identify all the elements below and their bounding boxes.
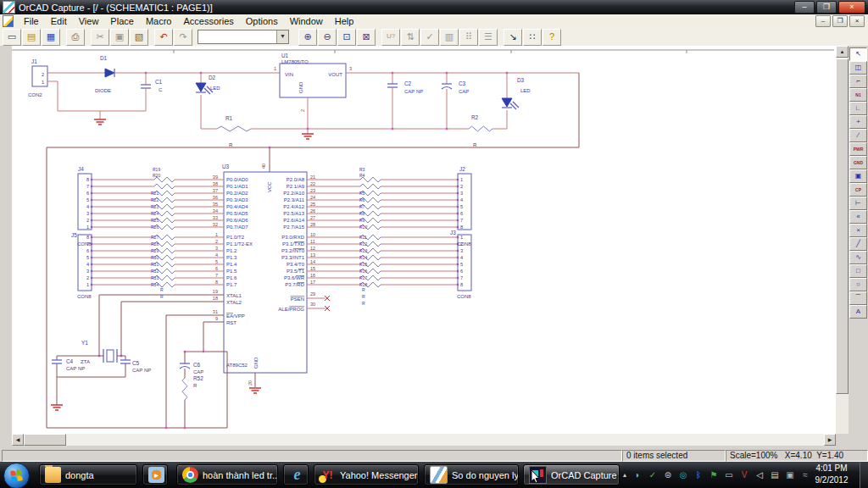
monitor-tray-icon[interactable]: ▣ [784, 469, 796, 481]
place-wire-tool[interactable]: ⌐ [849, 75, 867, 88]
messenger-tray-icon[interactable]: ⊜ [662, 469, 674, 481]
place-rectangle-tool[interactable]: □ [849, 264, 867, 278]
undo-icon[interactable]: ↶ [154, 29, 173, 46]
place-arc-tool[interactable]: ⌒ [849, 291, 867, 305]
network-flag-tray-icon[interactable]: ⚑ [708, 469, 720, 481]
combobox-input[interactable] [198, 30, 276, 43]
antivirus-tray-icon[interactable]: V [738, 469, 750, 481]
scroll-right-arrow[interactable]: ▶ [824, 434, 836, 446]
d3-value: LED [520, 88, 531, 93]
hierarchical-pin-tool[interactable]: ⊢ [849, 197, 867, 210]
vertical-scrollbar[interactable]: ▲ ▼ [836, 46, 849, 446]
minimize-button[interactable]: – [794, 1, 815, 14]
horizontal-scroll-thumb[interactable] [24, 434, 66, 446]
rn_right-labels-7: R10 [359, 225, 367, 230]
paste-icon[interactable]: ▧ [130, 29, 148, 46]
u3-p2-nums-1: 22 [310, 181, 315, 186]
restore-button[interactable]: ❐ [816, 1, 837, 14]
place-text-tool[interactable]: A [849, 305, 867, 319]
place-bus-tool[interactable]: ∟ [849, 102, 867, 115]
zoom-area-icon[interactable]: ⊡ [337, 29, 356, 46]
place-line-tool[interactable]: ╱ [849, 237, 867, 251]
u3-p1-names-6: P1.6 [226, 275, 237, 280]
taskbar-clock[interactable]: 4:01 PM 9/2/2012 [807, 463, 856, 487]
print-icon[interactable]: ⎙ [66, 29, 85, 46]
graphics-tray-icon[interactable]: ◗ [632, 469, 643, 481]
open-icon[interactable]: ▤ [22, 29, 41, 46]
off-page-connector-tool[interactable]: « [849, 210, 867, 224]
menu-place[interactable]: Place [104, 16, 140, 26]
menu-help[interactable]: Help [329, 16, 360, 26]
show-desktop-button[interactable] [860, 462, 868, 488]
menu-window[interactable]: Window [284, 16, 329, 26]
vertical-scroll-thumb[interactable] [836, 58, 849, 394]
taskbar-folder-button[interactable]: dongta [39, 464, 137, 485]
mdi-restore-button[interactable]: ❐ [832, 15, 848, 27]
place-part-tool[interactable]: ◫ [849, 61, 867, 75]
save-icon[interactable]: ▦ [42, 29, 60, 46]
start-button[interactable] [3, 463, 30, 488]
usb-eject-tray-icon[interactable]: ✓ [647, 469, 659, 481]
menu-edit[interactable]: Edit [45, 16, 73, 26]
mdi-close-button[interactable]: × [849, 15, 865, 27]
hierarchical-block-tool[interactable]: ▣ [849, 169, 867, 183]
clipboard-tray-icon[interactable]: ▤ [769, 469, 781, 481]
menu-options[interactable]: Options [240, 16, 284, 26]
taskbar-chrome-button[interactable]: hoàn thành led tr... [176, 464, 278, 485]
mdi-minimize-button[interactable]: – [815, 15, 831, 27]
place-ground-tool[interactable]: GND [849, 156, 867, 169]
c2-value: CAP NP [404, 89, 423, 94]
close-button[interactable]: × [838, 1, 865, 14]
bluetooth-tray-icon[interactable]: ᛒ [693, 469, 704, 481]
select-filter-icon[interactable]: ↘ [504, 29, 522, 46]
d1-ref: D1 [100, 55, 108, 61]
menu-view[interactable]: View [73, 16, 105, 26]
combobox-dropdown-arrow[interactable]: ▼ [276, 30, 288, 43]
taskbar-wmp-button[interactable]: ▸ [142, 464, 168, 485]
place-polyline-tool[interactable]: ∿ [849, 251, 867, 264]
place-junction-tool[interactable]: + [849, 115, 867, 129]
u3-p1-names-7: P1.7 [226, 282, 237, 287]
j5-pins-6: 2 [86, 275, 89, 280]
select-tool[interactable]: ↖ [849, 47, 867, 61]
horizontal-scrollbar[interactable]: ◀ ▶ [12, 434, 836, 446]
j3-value: CON8 [457, 294, 471, 299]
scroll-left-arrow[interactable]: ◀ [12, 434, 24, 446]
rn_right-labels-1: R4 [359, 173, 365, 178]
scroll-up-arrow[interactable]: ▲ [836, 46, 849, 58]
taskbar-yahoo-button[interactable]: Y!Yahoo! Messenger [314, 464, 419, 485]
taskbar-paint-button[interactable]: So do nguyen ly.... [424, 464, 519, 485]
zoom-in-icon[interactable]: ⊕ [298, 29, 317, 46]
j4-value: CON8 [77, 241, 92, 247]
j4-pins-0: 8 [86, 177, 89, 182]
junction-dot [446, 128, 448, 130]
zoom-out-icon[interactable]: ⊖ [318, 29, 337, 46]
taskbar-ie-button[interactable]: e [283, 464, 309, 485]
u3-p3-names-3: P3.3/INT1 [281, 255, 305, 260]
rn_left-labels-13: R32 [151, 269, 159, 274]
hierarchical-port-tool[interactable]: CP [849, 183, 867, 197]
help-icon[interactable]: ? [542, 29, 561, 46]
place-ellipse-tool[interactable]: ○ [849, 278, 867, 291]
snap-to-grid-icon[interactable]: ∷ [523, 29, 542, 46]
place-power-tool[interactable]: PWR [849, 142, 867, 156]
display-switch-tray-icon[interactable]: ▭ [723, 469, 735, 481]
title-bar: OrCAD Capture - [/ - (SCHEMATIC1 : PAGE1… [0, 0, 868, 14]
volume-tray-icon[interactable]: ◁ [754, 469, 765, 481]
tray-chevron-icon[interactable]: ▴ [621, 471, 628, 479]
office-tray-icon[interactable]: ◎ [677, 469, 689, 481]
d2-value: LED [210, 86, 220, 91]
part-search-combobox[interactable]: ▼ [198, 30, 289, 44]
zoom-all-icon[interactable]: ⊠ [357, 29, 376, 46]
net-alias-tool[interactable]: N1 [849, 88, 867, 102]
bus-entry-tool[interactable]: ∕ [849, 129, 867, 142]
menu-file[interactable]: File [18, 16, 45, 26]
r2-ref: R2 [471, 114, 479, 120]
menu-accessories[interactable]: Accessories [177, 16, 239, 26]
schematic-canvas[interactable]: 21J1CON2D1DIODEC1CD2LEDR1RR2RU1LM7805/TO… [12, 46, 836, 434]
rn_left-labels-4: R23 [151, 204, 159, 209]
schematic-drawing: 21J1CON2D1DIODEC1CD2LEDR1RR2RU1LM7805/TO… [12, 46, 836, 434]
new-icon[interactable]: ▭ [3, 29, 21, 46]
menu-macro[interactable]: Macro [140, 16, 178, 26]
no-connect-tool[interactable]: × [849, 224, 867, 237]
